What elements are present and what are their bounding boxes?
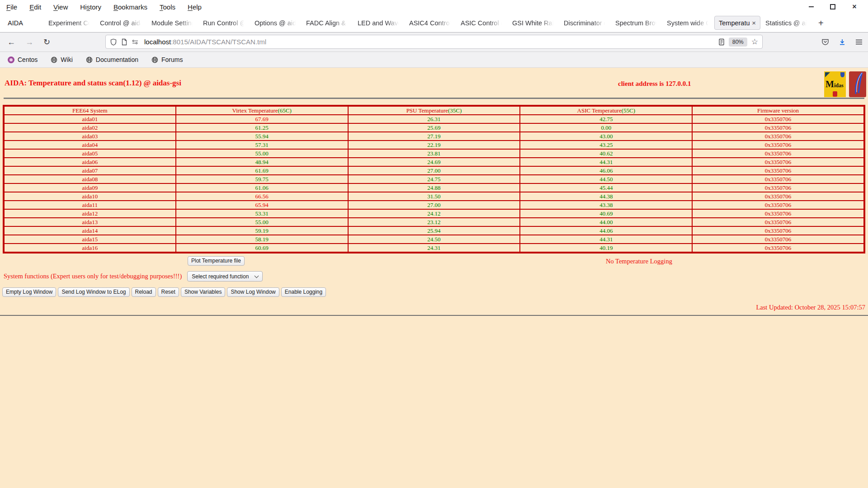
table-row: aida1660.6924.3140.190x3350706 — [4, 244, 864, 253]
bookmark-wiki[interactable]: Wiki — [51, 56, 72, 63]
zoom-level-badge[interactable]: 80% — [729, 38, 747, 47]
close-button[interactable]: × — [851, 3, 858, 10]
new-tab-button[interactable]: + — [813, 19, 829, 28]
asic-temperature-cell: 45.44 — [520, 183, 692, 192]
close-tab-icon[interactable]: × — [752, 19, 756, 26]
psu-temperature-cell: 24.31 — [348, 244, 520, 253]
firmware-version-cell: 0x3350706 — [692, 166, 864, 175]
asic-temperature-cell: 44.00 — [520, 218, 692, 226]
reader-mode-icon[interactable] — [718, 38, 725, 46]
fee64-system-cell: aida06 — [4, 158, 176, 166]
asic-temperature-cell: 0.00 — [520, 123, 692, 132]
function-select[interactable]: Select required function — [187, 271, 263, 282]
firmware-version-cell: 0x3350706 — [692, 183, 864, 192]
firmware-version-cell: 0x3350706 — [692, 201, 864, 209]
midas-logo-triangle — [825, 72, 830, 77]
menu-tools[interactable]: Tools — [160, 3, 175, 11]
download-icon[interactable] — [839, 38, 846, 46]
menu-bookmarks[interactable]: Bookmarks — [113, 3, 147, 11]
tab-strip: AIDAExperiment CoControl @ aidaModule Se… — [4, 14, 813, 32]
tab-fadc-align-c[interactable]: FADC Align & C — [302, 16, 353, 30]
tab-temperature[interactable]: Temperature× — [714, 16, 760, 30]
show-log-window-button[interactable]: Show Log Window — [227, 287, 279, 297]
tab-options-aida[interactable]: Options @ aida — [250, 16, 301, 30]
fee64-system-cell: aida16 — [4, 244, 176, 253]
bookmark-documentation[interactable]: Documentation — [86, 56, 138, 63]
virtex-temperature-cell: 48.94 — [176, 158, 348, 166]
back-button[interactable]: ← — [7, 38, 15, 46]
tab-run-control[interactable]: Run Control @ — [199, 16, 250, 30]
url-path: :8015/AIDA/TSCAN/TSCAN.tml — [171, 38, 266, 46]
page-title: AIDA: Temperature and status scan(1.12) … — [5, 79, 181, 88]
plot-temperature-file-button[interactable]: Plot Temperature file — [188, 256, 245, 266]
tcl-logo[interactable] — [849, 71, 866, 97]
bookmark-star-icon[interactable]: ☆ — [751, 37, 758, 47]
tab-led-and-wavef[interactable]: LED and Wavef — [354, 16, 404, 30]
tab-bar: AIDAExperiment CoControl @ aidaModule Se… — [0, 14, 868, 32]
virtex-temperature-cell: 55.94 — [176, 132, 348, 141]
minimize-button[interactable] — [807, 3, 815, 10]
midas-logo[interactable]: Midas — [824, 71, 846, 97]
permissions-icon[interactable] — [132, 39, 139, 45]
firmware-version-cell: 0x3350706 — [692, 149, 864, 158]
menu-help[interactable]: Help — [188, 3, 202, 11]
psu-temperature-cell: 24.88 — [348, 183, 520, 192]
tab-module-setting[interactable]: Module Setting — [147, 16, 198, 30]
send-log-window-to-elog-button[interactable]: Send Log Window to ELog — [58, 287, 129, 297]
last-updated-text: Last Updated: October 28, 2025 15:07:57 — [0, 304, 868, 311]
tab-title: Experiment Co — [48, 19, 91, 27]
forward-button[interactable]: → — [25, 38, 33, 46]
bookmark-forums[interactable]: Forums — [151, 56, 183, 63]
tab-asic-control[interactable]: ASIC Control @ — [457, 16, 507, 30]
psu-temperature-cell: 27.00 — [348, 201, 520, 209]
url-text[interactable]: localhost:8015/AIDA/TSCAN/TSCAN.tml — [143, 38, 714, 46]
tab-control-aida[interactable]: Control @ aida — [96, 16, 146, 30]
firmware-version-cell: 0x3350706 — [692, 141, 864, 149]
table-row: aida0167.6926.3142.750x3350706 — [4, 115, 864, 123]
column-header-asic-temperature: ASIC Temperature(55C) — [520, 106, 692, 115]
asic-temperature-cell: 44.50 — [520, 175, 692, 183]
menu-view[interactable]: View — [53, 3, 68, 11]
midas-logo-text: Midas — [826, 79, 844, 89]
enable-logging-button[interactable]: Enable Logging — [281, 287, 326, 297]
menu-edit[interactable]: Edit — [29, 3, 41, 11]
psu-temperature-cell: 23.12 — [348, 218, 520, 226]
tab-aida[interactable]: AIDA — [4, 16, 43, 30]
menu-icon[interactable] — [855, 39, 863, 45]
maximize-button[interactable] — [829, 3, 836, 10]
midas-logo-flame — [833, 91, 837, 97]
tab-title: Options @ aida — [255, 19, 297, 27]
tab-discriminator-c[interactable]: Discriminator c — [560, 16, 610, 30]
show-variables-button[interactable]: Show Variables — [181, 287, 226, 297]
tab-system-wide-c[interactable]: System wide C — [663, 16, 713, 30]
empty-log-window-button[interactable]: Empty Log Window — [2, 287, 56, 297]
tab-spectrum-brow[interactable]: Spectrum Brow — [611, 16, 662, 30]
table-row: aida0457.3122.1943.250x3350706 — [4, 141, 864, 149]
menu-file[interactable]: File — [6, 3, 17, 11]
firmware-version-cell: 0x3350706 — [692, 175, 864, 183]
asic-temperature-cell: 43.25 — [520, 141, 692, 149]
menu-history[interactable]: History — [80, 3, 101, 11]
address-bar[interactable]: localhost:8015/AIDA/TSCAN/TSCAN.tml 80% … — [105, 35, 763, 49]
reload-button[interactable]: Reload — [132, 287, 156, 297]
tab-experiment-co[interactable]: Experiment Co — [44, 16, 95, 30]
table-row: aida0555.0023.8140.620x3350706 — [4, 149, 864, 158]
tab-asic4-control[interactable]: ASIC4 Control — [405, 16, 456, 30]
tab-title: ASIC Control @ — [461, 19, 503, 27]
tab-gsi-white-rab[interactable]: GSI White Rab — [508, 16, 559, 30]
centos-icon — [8, 56, 14, 63]
tab-statistics-aid[interactable]: Statistics @ aid — [761, 16, 812, 30]
navigation-toolbar: ← → ↻ localhost:8015/AIDA/TSCAN/TSCAN.tm… — [0, 32, 868, 52]
table-row: aida1165.9427.0043.380x3350706 — [4, 201, 864, 209]
page-info-icon[interactable] — [121, 38, 127, 46]
psu-temperature-cell: 27.00 — [348, 166, 520, 175]
fee64-system-cell: aida13 — [4, 218, 176, 226]
maximize-icon — [830, 4, 835, 9]
psu-temperature-cell: 24.50 — [348, 235, 520, 244]
bookmark-centos[interactable]: Centos — [8, 56, 38, 63]
reload-button[interactable]: ↻ — [43, 38, 50, 46]
shield-icon[interactable] — [110, 38, 117, 46]
pocket-icon[interactable] — [821, 38, 829, 46]
tab-title: ASIC4 Control — [409, 19, 452, 27]
reset-button[interactable]: Reset — [158, 287, 179, 297]
